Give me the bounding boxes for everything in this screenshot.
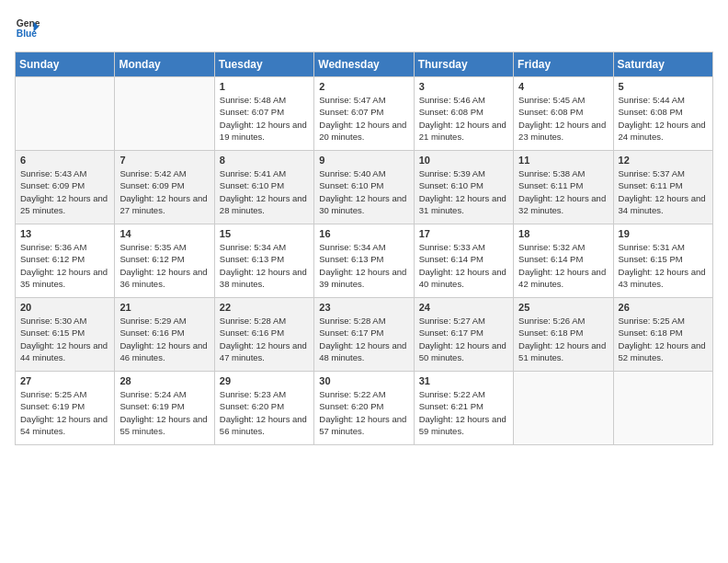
- calendar-day-cell: 18Sunrise: 5:32 AMSunset: 6:14 PMDayligh…: [514, 224, 613, 298]
- calendar-day-cell: 23Sunrise: 5:28 AMSunset: 6:17 PMDayligh…: [314, 298, 414, 372]
- day-info: Sunrise: 5:26 AMSunset: 6:18 PMDaylight:…: [518, 315, 608, 363]
- day-info: Sunrise: 5:32 AMSunset: 6:14 PMDaylight:…: [518, 241, 608, 290]
- calendar-day-cell: 22Sunrise: 5:28 AMSunset: 6:16 PMDayligh…: [214, 298, 313, 372]
- calendar-day-cell: 15Sunrise: 5:34 AMSunset: 6:13 PMDayligh…: [214, 224, 313, 298]
- day-info: Sunrise: 5:43 AMSunset: 6:09 PMDaylight:…: [20, 167, 109, 216]
- day-number: 15: [220, 228, 309, 239]
- calendar-day-cell: [514, 372, 613, 445]
- calendar-week-row: 20Sunrise: 5:30 AMSunset: 6:15 PMDayligh…: [16, 298, 713, 372]
- calendar-day-cell: 20Sunrise: 5:30 AMSunset: 6:15 PMDayligh…: [16, 298, 115, 372]
- day-info: Sunrise: 5:25 AMSunset: 6:18 PMDaylight:…: [619, 315, 708, 363]
- day-number: 13: [20, 228, 109, 239]
- calendar-day-cell: 1Sunrise: 5:48 AMSunset: 6:07 PMDaylight…: [214, 77, 313, 151]
- day-info: Sunrise: 5:33 AMSunset: 6:14 PMDaylight:…: [419, 241, 508, 290]
- day-info: Sunrise: 5:42 AMSunset: 6:09 PMDaylight:…: [119, 167, 209, 216]
- day-info: Sunrise: 5:35 AMSunset: 6:12 PMDaylight:…: [119, 241, 209, 290]
- day-number: 24: [419, 302, 508, 313]
- day-number: 20: [20, 302, 109, 313]
- calendar-day-cell: 14Sunrise: 5:35 AMSunset: 6:12 PMDayligh…: [115, 224, 214, 298]
- weekday-header-cell: Thursday: [414, 52, 513, 77]
- day-info: Sunrise: 5:23 AMSunset: 6:20 PMDaylight:…: [220, 388, 309, 437]
- day-info: Sunrise: 5:39 AMSunset: 6:10 PMDaylight:…: [419, 167, 508, 216]
- day-info: Sunrise: 5:40 AMSunset: 6:10 PMDaylight:…: [319, 167, 408, 216]
- day-info: Sunrise: 5:38 AMSunset: 6:11 PMDaylight:…: [518, 167, 608, 216]
- calendar-day-cell: 27Sunrise: 5:25 AMSunset: 6:19 PMDayligh…: [16, 372, 115, 445]
- day-info: Sunrise: 5:41 AMSunset: 6:10 PMDaylight:…: [220, 167, 309, 216]
- day-info: Sunrise: 5:28 AMSunset: 6:17 PMDaylight:…: [319, 315, 408, 363]
- calendar-day-cell: 26Sunrise: 5:25 AMSunset: 6:18 PMDayligh…: [613, 298, 712, 372]
- day-info: Sunrise: 5:45 AMSunset: 6:08 PMDaylight:…: [518, 94, 608, 143]
- calendar-body: 1Sunrise: 5:48 AMSunset: 6:07 PMDaylight…: [16, 77, 713, 445]
- calendar-day-cell: 11Sunrise: 5:38 AMSunset: 6:11 PMDayligh…: [514, 151, 613, 224]
- day-number: 23: [319, 302, 408, 313]
- day-number: 27: [20, 375, 109, 386]
- day-info: Sunrise: 5:25 AMSunset: 6:19 PMDaylight:…: [20, 388, 109, 437]
- calendar-day-cell: 4Sunrise: 5:45 AMSunset: 6:08 PMDaylight…: [514, 77, 613, 151]
- weekday-header-cell: Wednesday: [314, 52, 414, 77]
- calendar-day-cell: 24Sunrise: 5:27 AMSunset: 6:17 PMDayligh…: [414, 298, 513, 372]
- day-info: Sunrise: 5:24 AMSunset: 6:19 PMDaylight:…: [119, 388, 209, 437]
- calendar-day-cell: 5Sunrise: 5:44 AMSunset: 6:08 PMDaylight…: [613, 77, 712, 151]
- weekday-header-cell: Tuesday: [214, 52, 313, 77]
- day-number: 10: [419, 155, 508, 166]
- day-number: 12: [619, 155, 708, 166]
- day-number: 11: [518, 155, 608, 166]
- calendar-day-cell: 8Sunrise: 5:41 AMSunset: 6:10 PMDaylight…: [214, 151, 313, 224]
- calendar-day-cell: 17Sunrise: 5:33 AMSunset: 6:14 PMDayligh…: [414, 224, 513, 298]
- day-number: 6: [20, 155, 109, 166]
- day-number: 3: [419, 81, 508, 92]
- calendar-day-cell: 13Sunrise: 5:36 AMSunset: 6:12 PMDayligh…: [16, 224, 115, 298]
- day-number: 4: [518, 81, 608, 92]
- calendar-day-cell: 30Sunrise: 5:22 AMSunset: 6:20 PMDayligh…: [314, 372, 414, 445]
- weekday-header-row: SundayMondayTuesdayWednesdayThursdayFrid…: [16, 52, 713, 77]
- day-number: 29: [220, 375, 309, 386]
- day-info: Sunrise: 5:22 AMSunset: 6:21 PMDaylight:…: [419, 388, 508, 437]
- calendar-day-cell: 6Sunrise: 5:43 AMSunset: 6:09 PMDaylight…: [16, 151, 115, 224]
- day-number: 21: [119, 302, 209, 313]
- day-number: 5: [619, 81, 708, 92]
- day-info: Sunrise: 5:34 AMSunset: 6:13 PMDaylight:…: [220, 241, 309, 290]
- calendar-day-cell: 29Sunrise: 5:23 AMSunset: 6:20 PMDayligh…: [214, 372, 313, 445]
- day-info: Sunrise: 5:28 AMSunset: 6:16 PMDaylight:…: [220, 315, 309, 363]
- weekday-header-cell: Friday: [514, 52, 613, 77]
- day-number: 7: [119, 155, 209, 166]
- calendar-week-row: 13Sunrise: 5:36 AMSunset: 6:12 PMDayligh…: [16, 224, 713, 298]
- day-number: 8: [220, 155, 309, 166]
- day-number: 14: [119, 228, 209, 239]
- calendar-week-row: 27Sunrise: 5:25 AMSunset: 6:19 PMDayligh…: [16, 372, 713, 445]
- calendar-week-row: 1Sunrise: 5:48 AMSunset: 6:07 PMDaylight…: [16, 77, 713, 151]
- day-number: 22: [220, 302, 309, 313]
- day-number: 19: [619, 228, 708, 239]
- calendar-day-cell: 19Sunrise: 5:31 AMSunset: 6:15 PMDayligh…: [613, 224, 712, 298]
- day-info: Sunrise: 5:31 AMSunset: 6:15 PMDaylight:…: [619, 241, 708, 290]
- day-info: Sunrise: 5:27 AMSunset: 6:17 PMDaylight:…: [419, 315, 508, 363]
- day-number: 16: [319, 228, 408, 239]
- day-info: Sunrise: 5:46 AMSunset: 6:08 PMDaylight:…: [419, 94, 508, 143]
- day-info: Sunrise: 5:48 AMSunset: 6:07 PMDaylight:…: [220, 94, 309, 143]
- weekday-header-cell: Sunday: [16, 52, 115, 77]
- calendar-day-cell: 9Sunrise: 5:40 AMSunset: 6:10 PMDaylight…: [314, 151, 414, 224]
- calendar-day-cell: 7Sunrise: 5:42 AMSunset: 6:09 PMDaylight…: [115, 151, 214, 224]
- day-number: 18: [518, 228, 608, 239]
- calendar-table: SundayMondayTuesdayWednesdayThursdayFrid…: [15, 52, 713, 445]
- calendar-week-row: 6Sunrise: 5:43 AMSunset: 6:09 PMDaylight…: [16, 151, 713, 224]
- day-info: Sunrise: 5:22 AMSunset: 6:20 PMDaylight:…: [319, 388, 408, 437]
- day-number: 30: [319, 375, 408, 386]
- calendar-day-cell: 28Sunrise: 5:24 AMSunset: 6:19 PMDayligh…: [115, 372, 214, 445]
- calendar-day-cell: 2Sunrise: 5:47 AMSunset: 6:07 PMDaylight…: [314, 77, 414, 151]
- day-number: 25: [518, 302, 608, 313]
- calendar-day-cell: 25Sunrise: 5:26 AMSunset: 6:18 PMDayligh…: [514, 298, 613, 372]
- day-info: Sunrise: 5:47 AMSunset: 6:07 PMDaylight:…: [319, 94, 408, 143]
- logo: General Blue: [15, 15, 40, 40]
- calendar-day-cell: 10Sunrise: 5:39 AMSunset: 6:10 PMDayligh…: [414, 151, 513, 224]
- weekday-header-cell: Saturday: [613, 52, 712, 77]
- day-info: Sunrise: 5:37 AMSunset: 6:11 PMDaylight:…: [619, 167, 708, 216]
- day-number: 17: [419, 228, 508, 239]
- day-number: 2: [319, 81, 408, 92]
- calendar-day-cell: 21Sunrise: 5:29 AMSunset: 6:16 PMDayligh…: [115, 298, 214, 372]
- day-number: 1: [220, 81, 309, 92]
- day-info: Sunrise: 5:29 AMSunset: 6:16 PMDaylight:…: [119, 315, 209, 363]
- calendar-day-cell: [115, 77, 214, 151]
- calendar-day-cell: 31Sunrise: 5:22 AMSunset: 6:21 PMDayligh…: [414, 372, 513, 445]
- calendar-day-cell: 16Sunrise: 5:34 AMSunset: 6:13 PMDayligh…: [314, 224, 414, 298]
